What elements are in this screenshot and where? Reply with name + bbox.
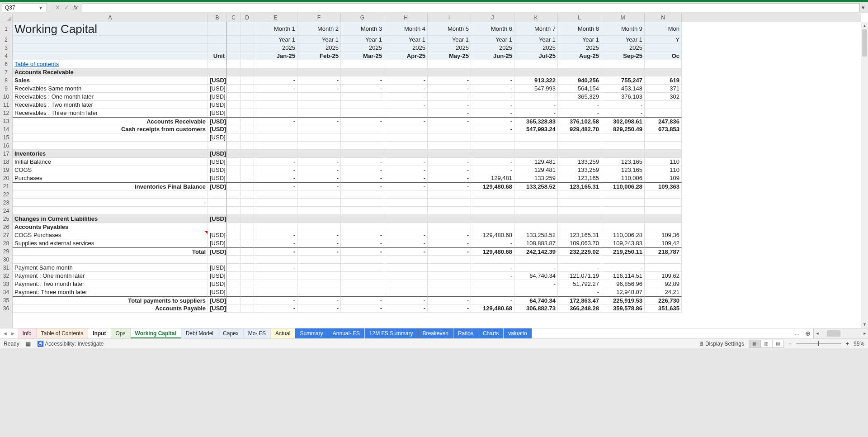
cell-r11-c11[interactable]: -: [514, 101, 558, 109]
cell-r14-c8[interactable]: [384, 125, 428, 133]
cell-r22-c14[interactable]: [645, 190, 682, 199]
accessibility-status[interactable]: ♿ Accessibility: Investigate: [37, 341, 104, 347]
cell-r28-c11[interactable]: 108,883.87: [514, 239, 558, 247]
cell-r27-c6[interactable]: -: [297, 231, 341, 239]
cell-r25-c5[interactable]: [254, 215, 297, 223]
row-header-26[interactable]: 26: [0, 223, 12, 231]
row-header-1[interactable]: 1: [0, 22, 12, 36]
period-header-2-4[interactable]: Year 1: [428, 36, 471, 44]
cell-r21-c12[interactable]: 123,165.31: [558, 182, 601, 190]
row-15-label[interactable]: [13, 133, 208, 142]
cell-r29-c11[interactable]: 242,142.39: [514, 247, 558, 256]
row-8-unit[interactable]: [USD]: [208, 76, 227, 85]
cell-r16-c11[interactable]: [514, 142, 558, 150]
cell-r26-c8[interactable]: [384, 223, 428, 231]
cell-r22-c6[interactable]: [297, 190, 341, 199]
cell-r11-c9[interactable]: -: [428, 101, 471, 109]
col-header-K[interactable]: K: [514, 13, 558, 22]
col-header-H[interactable]: H: [384, 13, 428, 22]
hscroll-thumb[interactable]: [827, 330, 840, 337]
sheet-tab-working-capital[interactable]: Working Capital: [131, 328, 181, 338]
cell-r29-c12[interactable]: 232,229.02: [558, 247, 601, 256]
sheet-tab-charts[interactable]: Charts: [478, 328, 504, 338]
cell-r23-c7[interactable]: [341, 199, 384, 207]
hscroll-right-icon[interactable]: ►: [862, 331, 868, 336]
cell-r31-c5[interactable]: -: [254, 264, 297, 272]
cell-r20-c11[interactable]: 133,259: [514, 174, 558, 182]
cell-r36-c8[interactable]: -: [384, 304, 428, 313]
period-header-3-3[interactable]: 2025: [384, 44, 428, 52]
cell-r16-c8[interactable]: [384, 142, 428, 150]
cell-r26-c5[interactable]: [254, 223, 297, 231]
row-24-label[interactable]: [13, 207, 208, 215]
cell-r13-c9[interactable]: -: [428, 117, 471, 125]
cell-r18-c5[interactable]: -: [254, 158, 297, 166]
row-21-unit[interactable]: [USD]: [208, 182, 227, 190]
cell-r26-c11[interactable]: [514, 223, 558, 231]
sheet-add-button[interactable]: ⊕: [802, 328, 813, 338]
period-header-2-9[interactable]: Y: [645, 36, 682, 44]
cell-r32-c14[interactable]: 109,62: [645, 272, 682, 280]
row-19-label[interactable]: COGS: [13, 166, 208, 174]
sheet-tab-debt-model[interactable]: Debt Model: [181, 328, 218, 338]
period-header-2-6[interactable]: Year 1: [514, 36, 558, 44]
row-header-28[interactable]: 28: [0, 239, 12, 247]
row-header-29[interactable]: 29: [0, 247, 12, 256]
cell-r9-c13[interactable]: 453,148: [601, 85, 645, 93]
cell-r13-c5[interactable]: -: [254, 117, 297, 125]
unit-label[interactable]: Unit: [208, 52, 227, 60]
header-cell-a-3[interactable]: [13, 44, 208, 52]
cell-r8-c5[interactable]: -: [254, 76, 297, 85]
row-header-33[interactable]: 33: [0, 280, 12, 288]
cell-r15-c11[interactable]: [514, 133, 558, 142]
row-32-unit[interactable]: [USD]: [208, 272, 227, 280]
cell-r23-c14[interactable]: [645, 199, 682, 207]
cell-r19-c12[interactable]: 133,259: [558, 166, 601, 174]
cell-r22-c9[interactable]: [428, 190, 471, 199]
cell-r19-c5[interactable]: -: [254, 166, 297, 174]
cell-r25-c12[interactable]: [558, 215, 601, 223]
row-14-unit[interactable]: [USD]: [208, 125, 227, 133]
cell-r17-c10[interactable]: [471, 150, 514, 158]
cell-r34-c14[interactable]: 24,21: [645, 288, 682, 296]
cell-r32-c7[interactable]: [341, 272, 384, 280]
cell-r31-c7[interactable]: [341, 264, 384, 272]
cell-r28-c7[interactable]: -: [341, 239, 384, 247]
cell-r11-c14[interactable]: [645, 101, 682, 109]
cell-r24-c8[interactable]: [384, 207, 428, 215]
sheet-tab-input[interactable]: Input: [88, 328, 111, 338]
formula-expand-icon[interactable]: ▾: [860, 4, 866, 11]
cells-area[interactable]: Working CapitalMonth 1Month 2Month 3Mont…: [13, 22, 861, 328]
period-header-2-1[interactable]: Year 1: [297, 36, 341, 44]
cell-r14-c6[interactable]: [297, 125, 341, 133]
cell-r7-c13[interactable]: [601, 68, 645, 76]
cell-r21-c9[interactable]: -: [428, 182, 471, 190]
period-header-3-9[interactable]: [645, 44, 682, 52]
period-header-4-2[interactable]: Mar-25: [341, 52, 384, 60]
cell-r31-c6[interactable]: [297, 264, 341, 272]
cell-r27-c14[interactable]: 109,36: [645, 231, 682, 239]
cell-r36-c5[interactable]: -: [254, 304, 297, 313]
cell-r23-c6[interactable]: [297, 199, 341, 207]
row-30-unit[interactable]: [208, 256, 227, 264]
cell-r27-c10[interactable]: 129,480.68: [471, 231, 514, 239]
cell-r25-c7[interactable]: [341, 215, 384, 223]
cell-r16-c9[interactable]: [428, 142, 471, 150]
cell-r25-c11[interactable]: [514, 215, 558, 223]
cell-r24-c12[interactable]: [558, 207, 601, 215]
cell-r10-c11[interactable]: -: [514, 93, 558, 101]
cell-r7-c9[interactable]: [428, 68, 471, 76]
row-13-unit[interactable]: [USD]: [208, 117, 227, 125]
cell-r9-c9[interactable]: -: [428, 85, 471, 93]
page-layout-view-button[interactable]: ▥: [760, 340, 772, 348]
cell-r22-c12[interactable]: [558, 190, 601, 199]
row-13-label[interactable]: Accounts Receivable: [13, 117, 208, 125]
cell-r27-c13[interactable]: 110,006.28: [601, 231, 645, 239]
sheet-tab-ops[interactable]: Ops: [111, 328, 131, 338]
cell-r30-c12[interactable]: [558, 256, 601, 264]
cell-r30-c13[interactable]: [601, 256, 645, 264]
period-header-4-8[interactable]: Sep-25: [601, 52, 645, 60]
cell-r14-c5[interactable]: [254, 125, 297, 133]
cell-r15-c6[interactable]: [297, 133, 341, 142]
sheet-tab-actual[interactable]: Actual: [271, 328, 295, 338]
